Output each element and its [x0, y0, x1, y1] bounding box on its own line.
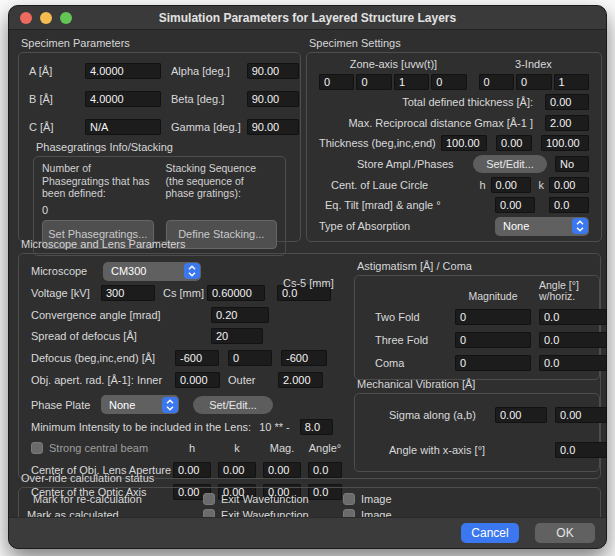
- three-fold-magnitude-field[interactable]: 0: [455, 332, 531, 348]
- beta-label: Beta [deg.]: [167, 93, 241, 105]
- microscope-dropdown-value: CM300: [111, 265, 146, 277]
- gmax-field[interactable]: 2.00: [545, 115, 589, 131]
- angle-column-header: Angle°: [308, 442, 342, 454]
- ok-button[interactable]: OK: [535, 523, 595, 543]
- laue-k-field[interactable]: 0.00: [549, 177, 589, 193]
- cancel-button[interactable]: Cancel: [461, 523, 519, 543]
- obj-aperture-label: Obj. apert. rad. [Å-1]:: [31, 374, 137, 386]
- outer-field[interactable]: 2.000: [278, 372, 323, 388]
- recalc-image-label: Image: [361, 493, 392, 505]
- zone-axis-t-field[interactable]: 0: [431, 74, 466, 90]
- a-label: A [Å]: [29, 65, 79, 77]
- thickness-beg-field[interactable]: 100.00: [441, 135, 487, 151]
- min-intensity-field[interactable]: 8.0: [300, 419, 333, 435]
- laue-circle-label: Cent. of Laue Circle: [331, 179, 428, 191]
- coma-magnitude-field[interactable]: 0: [455, 355, 531, 371]
- convergence-label: Convergence angle [mrad]: [31, 309, 211, 321]
- sigma-b-field[interactable]: 0.00: [555, 407, 607, 423]
- zone-axis-u-field[interactable]: 0: [319, 74, 354, 90]
- coma-angle-field[interactable]: 0.0: [539, 355, 607, 371]
- total-thickness-field[interactable]: 0.00: [545, 94, 589, 110]
- dialog-window: Simulation Parameters for Layered Struct…: [8, 5, 607, 549]
- beta-field[interactable]: 90.00: [247, 91, 299, 107]
- inner-field[interactable]: 0.000: [175, 372, 220, 388]
- two-fold-label: Two Fold: [365, 311, 447, 323]
- index3-k-field[interactable]: 0: [516, 74, 551, 90]
- phase-plate-dropdown[interactable]: None: [101, 395, 179, 414]
- microscope-dropdown[interactable]: CM300: [103, 262, 201, 281]
- laue-k-label: k: [539, 179, 545, 191]
- inner-label: Inner: [137, 374, 175, 386]
- astigmatism-box: Magnitude Angle [°] w/horiz. Two Fold 0 …: [354, 275, 600, 380]
- voltage-field[interactable]: 300: [101, 285, 155, 301]
- two-fold-magnitude-field[interactable]: 0: [455, 309, 531, 325]
- thickness-end-field[interactable]: 100.00: [541, 135, 589, 151]
- absorption-dropdown[interactable]: None: [495, 217, 589, 236]
- spread-defocus-field[interactable]: 20: [211, 328, 263, 344]
- window-title: Simulation Parameters for Layered Struct…: [9, 11, 606, 25]
- angle-header: Angle [°] w/horiz.: [539, 280, 607, 302]
- gmax-label: Max. Reciprocal distance Gmax [Å-1 ]: [348, 117, 533, 129]
- sigma-a-field[interactable]: 0.00: [495, 407, 547, 423]
- min-intensity-label: Minimum Intensity to be included in the …: [31, 421, 251, 433]
- eq-tilt-angle-field[interactable]: 0.0: [549, 197, 589, 213]
- phasegratings-title: Phasegratings Info/Stacking: [36, 141, 286, 153]
- microscope-box: Cs-5 [mm] Microscope CM300 Voltage [kV] …: [18, 253, 601, 479]
- microscope-section-title: Microscope and Lens Parameters: [21, 238, 601, 250]
- zone-axis-v-field[interactable]: 0: [356, 74, 391, 90]
- laue-h-label: h: [479, 179, 485, 191]
- dialog-button-bar: Cancel OK: [9, 517, 606, 548]
- cs-field[interactable]: 0.60000: [207, 285, 265, 301]
- defocus-beg-field[interactable]: -600: [175, 350, 219, 366]
- outer-label: Outer: [228, 374, 270, 386]
- thickness-inc-field[interactable]: 0.00: [496, 135, 532, 151]
- convergence-field[interactable]: 0.20: [211, 307, 269, 323]
- recalc-image-checkbox[interactable]: [343, 493, 355, 505]
- index3-h-field[interactable]: 0: [479, 74, 514, 90]
- alpha-field[interactable]: 90.00: [247, 63, 299, 79]
- chevron-up-down-icon: [572, 218, 588, 234]
- index3-l-field[interactable]: 1: [554, 74, 589, 90]
- phase-plate-set-edit-button[interactable]: Set/Edit...: [193, 396, 273, 414]
- thickness-label: Thickness (beg,inc,end): [319, 137, 436, 149]
- specimen-settings-title: Specimen Settings: [309, 37, 602, 49]
- spread-defocus-label: Spread of defocus [Å]: [31, 330, 211, 342]
- eq-tilt-label: Eq. Tilt [mrad] & angle °: [325, 199, 441, 211]
- c-field[interactable]: N/A: [85, 119, 161, 135]
- chevron-up-down-icon: [162, 397, 178, 413]
- voltage-label: Voltage [kV]: [31, 287, 101, 299]
- laue-h-field[interactable]: 0.00: [491, 177, 531, 193]
- three-fold-angle-field[interactable]: 0.0: [539, 332, 607, 348]
- astigmatism-title: Astigmatism [Å] / Coma: [357, 260, 600, 272]
- defocus-end-field[interactable]: -600: [281, 350, 327, 366]
- phase-plate-label: Phase Plate: [31, 399, 101, 411]
- three-fold-label: Three Fold: [365, 334, 447, 346]
- defocus-inc-field[interactable]: 0: [228, 350, 272, 366]
- stacking-sequence-label: Stacking Sequence (the sequence of phase…: [166, 162, 278, 200]
- gamma-label: Gamma [deg.]: [167, 121, 241, 133]
- k-column-header: k: [218, 442, 256, 454]
- mark-recalculation-label: Mark for re-calculation: [27, 493, 203, 505]
- h-column-header: h: [173, 442, 211, 454]
- recalc-wavefunction-checkbox[interactable]: [203, 493, 215, 505]
- strong-central-beam-checkbox[interactable]: [31, 442, 43, 454]
- vibration-box: Sigma along (a,b) 0.00 0.00 Angle with x…: [354, 393, 600, 472]
- eq-tilt-mrad-field[interactable]: 0.00: [495, 197, 535, 213]
- vibration-angle-field[interactable]: 0.0: [555, 442, 607, 458]
- two-fold-angle-field[interactable]: 0.0: [539, 309, 607, 325]
- zone-axis-w-field[interactable]: 1: [394, 74, 429, 90]
- cs-label: Cs [mm]: [155, 287, 207, 299]
- phase-plate-dropdown-value: None: [109, 399, 135, 411]
- vibration-angle-label: Angle with x-axis [°]: [365, 444, 487, 456]
- phasegratings-count-value: 0: [42, 204, 154, 216]
- alpha-label: Alpha [deg.]: [167, 65, 241, 77]
- gamma-field[interactable]: 90.00: [247, 119, 299, 135]
- store-value-field[interactable]: No: [555, 156, 589, 172]
- mag-column-header: Mag.: [263, 442, 301, 454]
- sigma-label: Sigma along (a,b): [365, 409, 487, 421]
- a-field[interactable]: 4.0000: [85, 63, 161, 79]
- b-field[interactable]: 4.0000: [85, 91, 161, 107]
- store-set-edit-button[interactable]: Set/Edit...: [473, 155, 547, 173]
- recalc-wavefunction-label: Exit Wavefunction: [221, 493, 309, 505]
- vibration-title: Mechanical Vibration [Å]: [357, 378, 600, 390]
